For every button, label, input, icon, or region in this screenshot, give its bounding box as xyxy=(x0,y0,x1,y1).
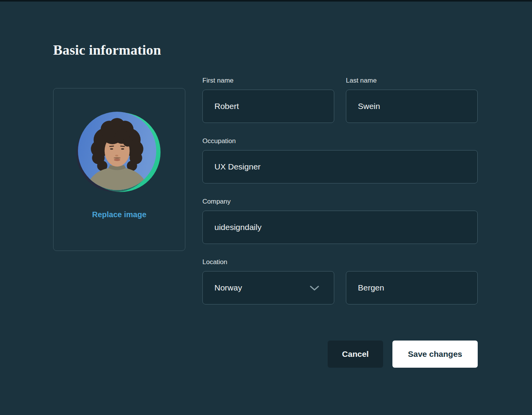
form-actions: Cancel Save changes xyxy=(202,341,478,368)
profile-photo-card: Replace image xyxy=(53,88,185,251)
country-select-value: Norway xyxy=(214,283,242,292)
company-input[interactable] xyxy=(202,211,478,244)
first-name-group: First name xyxy=(202,77,334,123)
country-select[interactable]: Norway xyxy=(202,271,334,304)
avatar xyxy=(78,112,161,192)
cancel-button[interactable]: Cancel xyxy=(328,341,383,368)
content-area: Replace image First name Last name Occup… xyxy=(53,77,479,368)
save-changes-button[interactable]: Save changes xyxy=(392,341,478,368)
last-name-label: Last name xyxy=(346,77,478,85)
occupation-label: Occupation xyxy=(202,137,478,145)
chevron-down-icon xyxy=(310,285,319,291)
profile-photo xyxy=(78,112,156,190)
city-input[interactable] xyxy=(346,271,478,304)
location-label: Location xyxy=(202,258,334,266)
city-label xyxy=(346,258,478,266)
last-name-input[interactable] xyxy=(346,90,478,123)
basic-information-page: Basic information xyxy=(0,2,532,368)
last-name-group: Last name xyxy=(346,77,478,123)
first-name-input[interactable] xyxy=(202,90,334,123)
replace-image-link[interactable]: Replace image xyxy=(92,210,146,219)
page-title: Basic information xyxy=(53,42,479,58)
company-label: Company xyxy=(202,198,478,206)
first-name-label: First name xyxy=(202,77,334,85)
occupation-input[interactable] xyxy=(202,150,478,183)
city-group xyxy=(346,258,478,304)
location-group: Location Norway xyxy=(202,258,334,304)
basic-info-form: First name Last name Occupation Company … xyxy=(202,77,478,368)
